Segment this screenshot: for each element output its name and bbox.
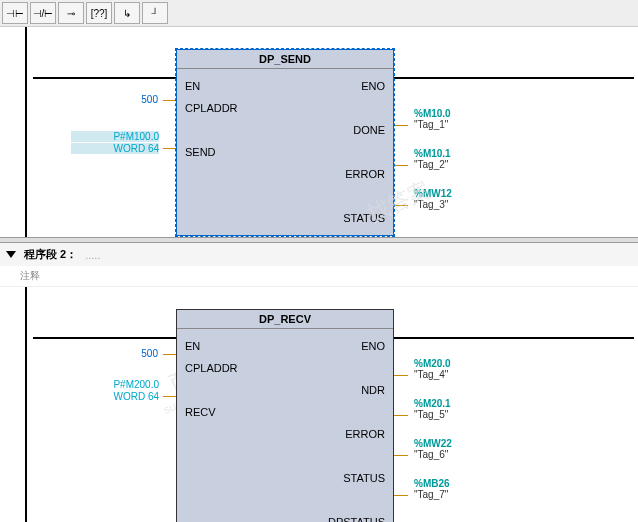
wire-en-2 <box>33 337 176 339</box>
param-send-type[interactable]: WORD 64 <box>71 143 159 154</box>
port-error-2: ERROR <box>325 428 385 440</box>
status-addr-2: %MW22 <box>414 438 452 449</box>
port-dpstatus: DPSTATUS <box>325 516 385 522</box>
param-recv-addr[interactable]: P#M200.0 <box>71 379 159 390</box>
network2-dots: ..... <box>85 249 100 261</box>
port-eno-2: ENO <box>325 340 385 352</box>
port-status: STATUS <box>325 212 385 224</box>
network2-comment[interactable]: 注释 <box>0 266 638 287</box>
wire-send-in <box>163 148 177 149</box>
wire-error-out-2 <box>394 415 408 416</box>
wire-ndr-out <box>394 375 408 376</box>
tool-contact[interactable]: ⊣⊢ <box>2 2 28 24</box>
port-status-2: STATUS <box>325 472 385 484</box>
network2-canvas[interactable]: 西门子工业 support.industry.siemens.com/cs 50… <box>0 287 638 522</box>
error-addr: %M10.1 <box>414 148 451 159</box>
error-addr-2: %M20.1 <box>414 398 451 409</box>
out-status-2[interactable]: %MW22 "Tag_6" <box>414 438 452 460</box>
done-addr: %M10.0 <box>414 108 451 119</box>
error-tag: "Tag_2" <box>414 159 451 170</box>
wire-recv-in <box>163 396 177 397</box>
port-eno: ENO <box>325 80 385 92</box>
port-cpladdr-2: CPLADDR <box>185 362 245 374</box>
wire-eno-2 <box>394 337 634 339</box>
ndr-tag: "Tag_4" <box>414 369 451 380</box>
port-cpladdr: CPLADDR <box>185 102 245 114</box>
toolbar: ⊣⊢ ⊣/⊢ ⊸ [??] ↳ ┘ <box>0 0 638 27</box>
tool-contact-neg[interactable]: ⊣/⊢ <box>30 2 56 24</box>
wire-status-out <box>394 205 408 206</box>
dpstatus-addr: %MB26 <box>414 478 450 489</box>
ndr-addr: %M20.0 <box>414 358 451 369</box>
status-tag: "Tag_3" <box>414 199 452 210</box>
wire-en <box>33 77 176 79</box>
param-cpladdr-val[interactable]: 500 <box>86 94 158 105</box>
wire-status-out-2 <box>394 455 408 456</box>
wire-done-out <box>394 125 408 126</box>
port-en: EN <box>185 80 245 92</box>
port-done: DONE <box>325 124 385 136</box>
out-error-2[interactable]: %M20.1 "Tag_5" <box>414 398 451 420</box>
tool-coil[interactable]: ⊸ <box>58 2 84 24</box>
param-cpladdr-val-2[interactable]: 500 <box>86 348 158 359</box>
network2-title[interactable]: 程序段 2： <box>24 247 77 262</box>
port-send: SEND <box>185 146 245 158</box>
network1-canvas[interactable]: 500 P#M100.0 WORD 64 %M10.0 "Tag_1" %M10… <box>0 27 638 237</box>
tool-branch-close[interactable]: ┘ <box>142 2 168 24</box>
block2-title: DP_RECV <box>177 310 393 329</box>
block1-title: DP_SEND <box>177 50 393 69</box>
port-en-2: EN <box>185 340 245 352</box>
tool-branch[interactable]: ↳ <box>114 2 140 24</box>
dpstatus-tag: "Tag_7" <box>414 489 450 500</box>
out-error[interactable]: %M10.1 "Tag_2" <box>414 148 451 170</box>
port-recv: RECV <box>185 406 245 418</box>
out-status[interactable]: %MW12 "Tag_3" <box>414 188 452 210</box>
out-dpstatus[interactable]: %MB26 "Tag_7" <box>414 478 450 500</box>
wire-cpladdr-in <box>163 100 177 101</box>
wire-eno <box>394 77 634 79</box>
out-done[interactable]: %M10.0 "Tag_1" <box>414 108 451 130</box>
block-dp-send[interactable]: DP_SEND ENENO CPLADDR DONE SEND ERROR ST… <box>176 49 394 236</box>
wire-cpladdr-in-2 <box>163 354 177 355</box>
param-send-addr[interactable]: P#M100.0 <box>71 131 159 142</box>
wire-dpstatus-out <box>394 495 408 496</box>
param-recv-type[interactable]: WORD 64 <box>71 391 159 402</box>
out-ndr[interactable]: %M20.0 "Tag_4" <box>414 358 451 380</box>
done-tag: "Tag_1" <box>414 119 451 130</box>
block-dp-recv[interactable]: DP_RECV ENENO CPLADDR NDR RECV ERROR STA… <box>176 309 394 522</box>
collapse-icon[interactable] <box>6 251 16 258</box>
status-tag-2: "Tag_6" <box>414 449 452 460</box>
tool-box[interactable]: [??] <box>86 2 112 24</box>
error-tag-2: "Tag_5" <box>414 409 451 420</box>
port-error: ERROR <box>325 168 385 180</box>
status-addr: %MW12 <box>414 188 452 199</box>
network2-header: 程序段 2： ..... <box>0 243 638 266</box>
port-ndr: NDR <box>325 384 385 396</box>
wire-error-out <box>394 165 408 166</box>
